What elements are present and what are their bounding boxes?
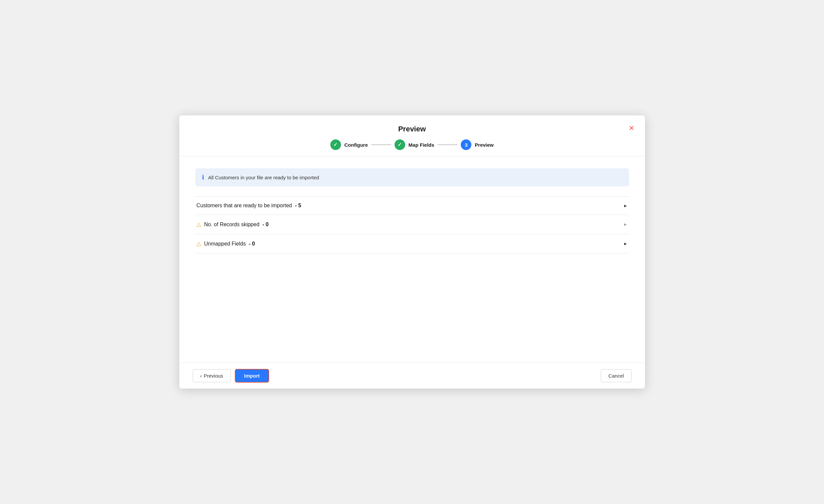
checkmark-icon-2: ✓: [398, 142, 402, 148]
warning-icon-skipped: △: [197, 221, 201, 228]
modal-body: ℹ All Customers in your file are ready t…: [179, 157, 645, 363]
previous-chevron-icon: ‹: [200, 373, 202, 379]
summary-item-left-customers: Customers that are ready to be imported …: [197, 203, 301, 209]
info-banner-text: All Customers in your file are ready to …: [208, 175, 319, 180]
import-label: Import: [244, 373, 260, 379]
step-map-fields: ✓ Map Fields: [395, 139, 434, 150]
arrow-icon-customers: ►: [623, 203, 628, 208]
cancel-label: Cancel: [608, 373, 624, 379]
customers-ready-label: Customers that are ready to be imported …: [197, 203, 301, 209]
warning-icon-unmapped: △: [197, 240, 201, 247]
step-configure: ✓ Configure: [330, 139, 368, 150]
close-button[interactable]: ✕: [627, 123, 636, 133]
summary-item-left-unmapped: △ Unmapped Fields - 0: [197, 240, 255, 247]
summary-item-records-skipped[interactable]: △ No. of Records skipped - 0 ►: [195, 215, 629, 234]
import-button[interactable]: Import: [235, 369, 269, 383]
summary-item-left-skipped: △ No. of Records skipped - 0: [197, 221, 269, 228]
modal: Preview ✕ ✓ Configure ✓ Map Fields: [179, 115, 645, 389]
step-circle-map-fields: ✓: [395, 139, 405, 150]
step-label-preview: Preview: [475, 142, 494, 148]
modal-title: Preview: [398, 125, 426, 133]
close-icon: ✕: [629, 124, 634, 132]
step-connector-2: [437, 144, 457, 145]
stepper: ✓ Configure ✓ Map Fields 3 Preview: [330, 139, 494, 150]
cancel-button[interactable]: Cancel: [601, 369, 632, 382]
step-connector-1: [371, 144, 391, 145]
modal-footer: ‹ Previous Import Cancel: [179, 363, 645, 389]
unmapped-fields-label: Unmapped Fields - 0: [204, 241, 255, 247]
step-label-configure: Configure: [344, 142, 368, 148]
step-preview: 3 Preview: [461, 139, 494, 150]
previous-button[interactable]: ‹ Previous: [193, 369, 231, 382]
info-banner: ℹ All Customers in your file are ready t…: [195, 168, 629, 186]
summary-list: Customers that are ready to be imported …: [195, 196, 629, 254]
previous-label: Previous: [204, 373, 223, 379]
arrow-icon-skipped: ►: [623, 222, 628, 227]
info-icon: ℹ: [202, 174, 204, 181]
step-circle-configure: ✓: [330, 139, 341, 150]
step-circle-preview: 3: [461, 139, 472, 150]
arrow-icon-unmapped: ►: [623, 241, 628, 246]
records-skipped-label: No. of Records skipped - 0: [204, 221, 269, 227]
summary-item-customers-ready[interactable]: Customers that are ready to be imported …: [195, 197, 629, 215]
footer-left: ‹ Previous Import: [193, 369, 269, 383]
modal-header: Preview ✕ ✓ Configure ✓ Map Fields: [179, 115, 645, 157]
checkmark-icon: ✓: [333, 142, 338, 148]
step-number-preview: 3: [465, 142, 468, 148]
step-label-map-fields: Map Fields: [409, 142, 434, 148]
summary-item-unmapped-fields[interactable]: △ Unmapped Fields - 0 ►: [195, 234, 629, 254]
